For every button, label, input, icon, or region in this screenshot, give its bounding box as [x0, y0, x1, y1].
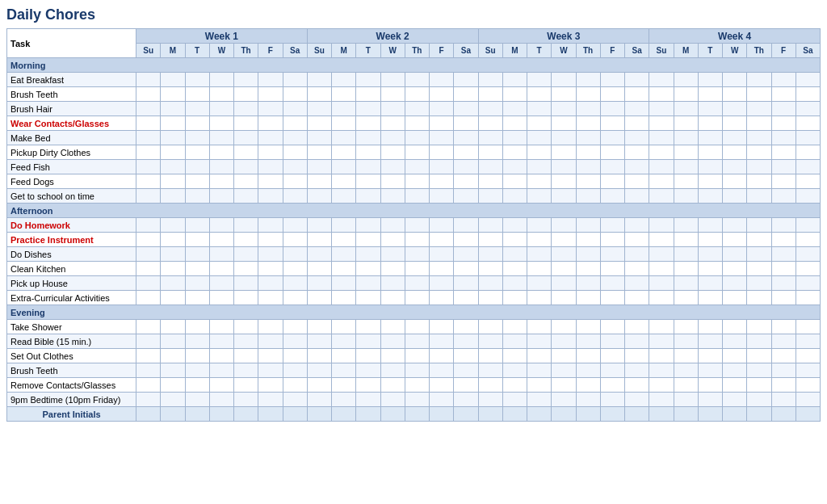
task-day-cell[interactable] — [234, 291, 258, 305]
task-day-cell[interactable] — [552, 145, 576, 160]
task-day-cell[interactable] — [723, 73, 747, 87]
task-day-cell[interactable] — [723, 349, 747, 363]
task-day-cell[interactable] — [674, 233, 698, 247]
task-day-cell[interactable] — [234, 174, 258, 189]
task-day-cell[interactable] — [332, 262, 356, 276]
task-day-cell[interactable] — [454, 189, 478, 204]
task-day-cell[interactable] — [649, 334, 674, 349]
task-day-cell[interactable] — [234, 320, 258, 334]
task-day-cell[interactable] — [209, 233, 233, 247]
task-day-cell[interactable] — [380, 145, 405, 160]
task-day-cell[interactable] — [283, 247, 307, 262]
task-day-cell[interactable] — [454, 378, 478, 393]
task-day-cell[interactable] — [674, 363, 698, 378]
task-day-cell[interactable] — [771, 378, 796, 393]
task-day-cell[interactable] — [527, 378, 552, 393]
task-day-cell[interactable] — [356, 160, 380, 174]
task-day-cell[interactable] — [405, 247, 429, 262]
task-day-cell[interactable] — [698, 145, 722, 160]
parent-initials-cell[interactable] — [576, 407, 600, 422]
task-day-cell[interactable] — [478, 189, 502, 204]
task-day-cell[interactable] — [283, 174, 307, 189]
task-day-cell[interactable] — [136, 262, 161, 276]
task-day-cell[interactable] — [478, 160, 502, 174]
task-day-cell[interactable] — [283, 393, 307, 407]
task-day-cell[interactable] — [502, 378, 527, 393]
task-day-cell[interactable] — [698, 320, 722, 334]
task-day-cell[interactable] — [161, 262, 185, 276]
task-day-cell[interactable] — [600, 247, 624, 262]
task-day-cell[interactable] — [234, 363, 258, 378]
task-day-cell[interactable] — [747, 73, 771, 87]
task-day-cell[interactable] — [430, 174, 454, 189]
task-day-cell[interactable] — [576, 262, 600, 276]
task-day-cell[interactable] — [136, 320, 161, 334]
task-day-cell[interactable] — [625, 189, 649, 204]
task-day-cell[interactable] — [698, 160, 722, 174]
task-day-cell[interactable] — [185, 291, 209, 305]
task-day-cell[interactable] — [625, 349, 649, 363]
task-day-cell[interactable] — [747, 349, 771, 363]
task-day-cell[interactable] — [380, 87, 405, 102]
task-day-cell[interactable] — [234, 131, 258, 145]
task-day-cell[interactable] — [136, 233, 161, 247]
task-day-cell[interactable] — [747, 189, 771, 204]
task-day-cell[interactable] — [796, 393, 820, 407]
task-day-cell[interactable] — [209, 393, 233, 407]
task-day-cell[interactable] — [649, 247, 674, 262]
parent-initials-cell[interactable] — [502, 407, 527, 422]
task-day-cell[interactable] — [552, 276, 576, 291]
task-day-cell[interactable] — [209, 160, 233, 174]
parent-initials-cell[interactable] — [527, 407, 552, 422]
task-day-cell[interactable] — [430, 393, 454, 407]
task-day-cell[interactable] — [674, 174, 698, 189]
task-day-cell[interactable] — [600, 233, 624, 247]
task-day-cell[interactable] — [258, 334, 283, 349]
task-day-cell[interactable] — [527, 334, 552, 349]
task-day-cell[interactable] — [405, 363, 429, 378]
task-day-cell[interactable] — [796, 349, 820, 363]
parent-initials-cell[interactable] — [771, 407, 796, 422]
task-day-cell[interactable] — [478, 291, 502, 305]
parent-initials-cell[interactable] — [649, 407, 674, 422]
task-day-cell[interactable] — [527, 189, 552, 204]
task-day-cell[interactable] — [674, 87, 698, 102]
task-day-cell[interactable] — [161, 160, 185, 174]
task-day-cell[interactable] — [454, 145, 478, 160]
task-day-cell[interactable] — [430, 363, 454, 378]
task-day-cell[interactable] — [723, 393, 747, 407]
task-day-cell[interactable] — [161, 393, 185, 407]
task-day-cell[interactable] — [649, 262, 674, 276]
task-day-cell[interactable] — [600, 87, 624, 102]
task-day-cell[interactable] — [283, 363, 307, 378]
task-day-cell[interactable] — [600, 363, 624, 378]
task-day-cell[interactable] — [747, 334, 771, 349]
task-day-cell[interactable] — [405, 102, 429, 116]
task-day-cell[interactable] — [576, 73, 600, 87]
task-day-cell[interactable] — [502, 145, 527, 160]
task-day-cell[interactable] — [234, 189, 258, 204]
task-day-cell[interactable] — [625, 363, 649, 378]
task-day-cell[interactable] — [771, 102, 796, 116]
task-day-cell[interactable] — [625, 102, 649, 116]
task-day-cell[interactable] — [234, 160, 258, 174]
task-day-cell[interactable] — [380, 73, 405, 87]
parent-initials-cell[interactable] — [405, 407, 429, 422]
task-day-cell[interactable] — [771, 276, 796, 291]
task-day-cell[interactable] — [430, 218, 454, 233]
task-day-cell[interactable] — [430, 131, 454, 145]
task-day-cell[interactable] — [502, 349, 527, 363]
task-day-cell[interactable] — [698, 378, 722, 393]
task-day-cell[interactable] — [698, 102, 722, 116]
task-day-cell[interactable] — [332, 160, 356, 174]
task-day-cell[interactable] — [527, 393, 552, 407]
task-day-cell[interactable] — [747, 291, 771, 305]
task-day-cell[interactable] — [136, 160, 161, 174]
parent-initials-cell[interactable] — [454, 407, 478, 422]
task-day-cell[interactable] — [405, 131, 429, 145]
task-day-cell[interactable] — [478, 218, 502, 233]
task-day-cell[interactable] — [185, 73, 209, 87]
task-day-cell[interactable] — [502, 247, 527, 262]
task-day-cell[interactable] — [430, 87, 454, 102]
task-day-cell[interactable] — [674, 276, 698, 291]
